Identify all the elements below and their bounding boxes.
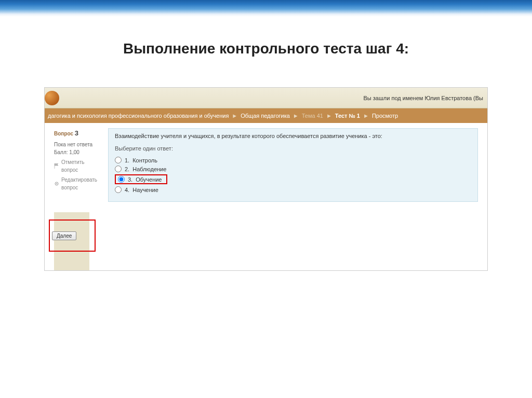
svg-point-1 (56, 183, 57, 184)
answer-radio[interactable] (115, 157, 122, 163)
breadcrumb-sep-icon: ► (363, 113, 369, 119)
answer-num: 2. (125, 166, 129, 172)
answer-radio[interactable] (118, 176, 125, 183)
breadcrumb-sep-icon: ► (326, 113, 332, 119)
question-number: Вопрос 3 (54, 128, 101, 139)
question-body: Взаимодействие учителя и учащихся, в рез… (108, 128, 478, 202)
breadcrumb-item[interactable]: Тема 41 (302, 113, 323, 119)
answer-text: Контроль (132, 157, 157, 163)
question-status: Пока нет ответа (54, 141, 101, 148)
answer-num: 1. (125, 157, 129, 163)
edit-question-link[interactable]: Редактировать вопрос (54, 176, 101, 191)
flag-question-link[interactable]: Отметить вопрос (54, 158, 101, 174)
answer-radio[interactable] (115, 186, 122, 193)
breadcrumb-item[interactable]: дагогика и психология профессионального … (48, 113, 229, 119)
question-content: Вопрос 3 Пока нет ответа Балл: 1,00 Отме… (45, 123, 487, 210)
answer-instruction: Выберите один ответ: (115, 145, 471, 152)
logged-in-text: Вы зашли под именем Юлия Евстратова (Вы (364, 95, 483, 101)
selected-answer-highlight: 3. Обучение (115, 174, 167, 184)
answer-num: 4. (125, 187, 129, 193)
breadcrumb-item[interactable]: Тест № 1 (335, 113, 360, 119)
slide-top-accent (0, 0, 532, 17)
flag-icon (54, 163, 59, 169)
question-score: Балл: 1,00 (54, 148, 101, 156)
breadcrumb-sep-icon: ► (293, 113, 299, 119)
question-meta-sidebar: Вопрос 3 Пока нет ответа Балл: 1,00 Отме… (54, 128, 101, 202)
site-logo-icon (45, 91, 59, 105)
user-login-bar: Вы зашли под именем Юлия Евстратова (Вы (45, 88, 487, 108)
next-button-highlight: Далее (49, 219, 96, 252)
answer-option[interactable]: 3. Обучение (115, 173, 471, 185)
answer-radio[interactable] (115, 166, 122, 172)
answer-option[interactable]: 1. Контроль (115, 156, 471, 164)
answer-num: 3. (128, 176, 132, 183)
embedded-screenshot: Вы зашли под именем Юлия Евстратова (Вы … (44, 87, 488, 271)
question-text: Взаимодействие учителя и учащихся, в рез… (115, 133, 471, 139)
answer-text: Наблюдение (132, 166, 166, 172)
breadcrumb-item[interactable]: Просмотр (372, 113, 398, 119)
gear-icon (54, 181, 59, 186)
breadcrumb-item[interactable]: Общая педагогика (241, 113, 290, 119)
answer-text: Обучение (136, 176, 162, 183)
breadcrumb: дагогика и психология профессионального … (45, 108, 487, 123)
slide-title: Выполнение контрольного теста шаг 4: (0, 40, 532, 57)
answer-option[interactable]: 2. Наблюдение (115, 164, 471, 173)
answer-option[interactable]: 4. Научение (115, 185, 471, 194)
breadcrumb-sep-icon: ► (232, 113, 237, 119)
next-button[interactable]: Далее (52, 231, 76, 240)
answer-text: Научение (132, 187, 158, 193)
